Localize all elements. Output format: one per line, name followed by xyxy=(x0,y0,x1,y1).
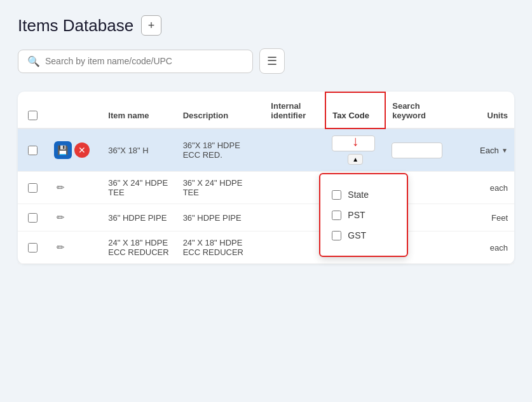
cancel-icon: ✕ xyxy=(78,145,86,155)
td-internal-4 xyxy=(264,232,325,264)
th-units: Units xyxy=(460,92,514,128)
td-checkbox-1 xyxy=(18,128,48,172)
units-select-1[interactable]: Each each Feet xyxy=(480,146,500,155)
th-actions xyxy=(48,92,102,128)
td-description-1: 36"X 18" HDPE ECC RED. xyxy=(177,128,265,172)
taxcode-dropdown-panel: State PST GST xyxy=(319,173,408,257)
table-row: ✏ 24" X 18" HDPE ECC REDUCER 24" X 18" H… xyxy=(18,232,514,264)
td-description-2: 36" X 24" HDPE TEE xyxy=(177,172,265,204)
row-checkbox-2[interactable] xyxy=(28,183,38,193)
taxcode-label-gst[interactable]: GST xyxy=(348,230,366,240)
td-actions-3: ✏ xyxy=(48,204,102,232)
search-box: 🔍 xyxy=(18,50,253,73)
td-name-3: 36" HDPE PIPE xyxy=(102,204,176,232)
save-row-button-1[interactable]: 💾 xyxy=(54,141,72,159)
units-caret-icon-1: ▼ xyxy=(501,147,508,154)
td-keyword-1 xyxy=(385,128,460,172)
td-name-4: 24" X 18" HDPE ECC REDUCER xyxy=(102,232,176,264)
taxcode-dropdown-toggle[interactable]: ▲ xyxy=(348,154,363,165)
edit-row-button-3[interactable]: ✏ xyxy=(54,211,67,225)
keyword-input-1[interactable] xyxy=(392,142,442,158)
search-icon: 🔍 xyxy=(27,55,40,67)
td-actions-1: 💾 ✕ xyxy=(48,128,102,172)
items-table: Item name Description Internal identifie… xyxy=(18,92,514,264)
items-table-wrapper: Item name Description Internal identifie… xyxy=(18,92,514,264)
toolbar-row: 🔍 ☰ xyxy=(18,48,514,74)
td-checkbox-4 xyxy=(18,232,48,264)
select-all-checkbox[interactable] xyxy=(28,111,38,120)
taxcode-dropdown-trigger-area: ▲ State PST xyxy=(332,154,379,165)
td-description-4: 24" X 18" HDPE ECC REDUCER xyxy=(177,232,265,264)
td-internal-3 xyxy=(264,204,325,232)
edit-row-button-4[interactable]: ✏ xyxy=(54,240,67,254)
save-icon: 💾 xyxy=(57,145,68,155)
page-container: Items Database + 🔍 ☰ xyxy=(0,0,532,402)
taxcode-option-pst[interactable]: PST xyxy=(332,205,395,225)
taxcode-label-state[interactable]: State xyxy=(348,190,369,200)
td-actions-4: ✏ xyxy=(48,232,102,264)
td-internal-2 xyxy=(264,172,325,204)
row-checkbox-1[interactable] xyxy=(28,146,38,155)
edit-icon-2: ✏ xyxy=(57,182,65,193)
red-down-arrow-icon: ↓ xyxy=(352,134,359,148)
th-internal-identifier: Internal identifier xyxy=(264,92,325,128)
header-row: Items Database + xyxy=(18,15,514,36)
td-name-2: 36" X 24" HDPE TEE xyxy=(102,172,176,204)
edit-icon-3: ✏ xyxy=(57,212,65,223)
add-item-button[interactable]: + xyxy=(141,15,161,36)
th-search-keyword: Search keyword xyxy=(385,92,460,128)
taxcode-checkbox-state[interactable] xyxy=(332,190,341,200)
search-input[interactable] xyxy=(45,56,243,66)
table-row: 💾 ✕ 36"X 18" H 36"X 18" HDPE ECC RED. xyxy=(18,128,514,172)
edit-icon-4: ✏ xyxy=(57,242,65,253)
row-checkbox-3[interactable] xyxy=(28,213,38,223)
table-row: ✏ 36" X 24" HDPE TEE 36" X 24" HDPE TEE … xyxy=(18,172,514,204)
page-title: Items Database xyxy=(18,16,133,36)
filter-button[interactable]: ☰ xyxy=(259,48,285,74)
td-internal-1 xyxy=(264,128,325,172)
th-description: Description xyxy=(177,92,265,128)
td-name-1: 36"X 18" H xyxy=(102,128,176,172)
cancel-row-button-1[interactable]: ✕ xyxy=(74,142,90,158)
taxcode-checkbox-gst[interactable] xyxy=(332,231,341,240)
tax-code-arrow-indicator: ↓ xyxy=(352,134,359,148)
table-row: ✏ 36" HDPE PIPE 36" HDPE PIPE Feet xyxy=(18,204,514,232)
td-units-4: each xyxy=(460,232,514,264)
td-checkbox-3 xyxy=(18,204,48,232)
td-description-3: 36" HDPE PIPE xyxy=(177,204,265,232)
taxcode-label-pst[interactable]: PST xyxy=(348,210,365,220)
taxcode-checkbox-pst[interactable] xyxy=(332,211,341,220)
row-checkbox-4[interactable] xyxy=(28,243,38,253)
td-units-3: Feet xyxy=(460,204,514,232)
td-actions-2: ✏ xyxy=(48,172,102,204)
td-checkbox-2 xyxy=(18,172,48,204)
th-tax-code: Tax Code ↓ xyxy=(325,92,385,128)
table-header-row: Item name Description Internal identifie… xyxy=(18,92,514,128)
th-checkbox xyxy=(18,92,48,128)
edit-row-button-2[interactable]: ✏ xyxy=(54,181,67,195)
taxcode-option-state[interactable]: State xyxy=(332,184,395,205)
filter-icon: ☰ xyxy=(267,54,277,68)
td-units-2: each xyxy=(460,172,514,204)
th-item-name: Item name xyxy=(102,92,176,128)
td-units-1: Each each Feet ▼ xyxy=(460,128,514,172)
taxcode-option-gst[interactable]: GST xyxy=(332,225,395,246)
